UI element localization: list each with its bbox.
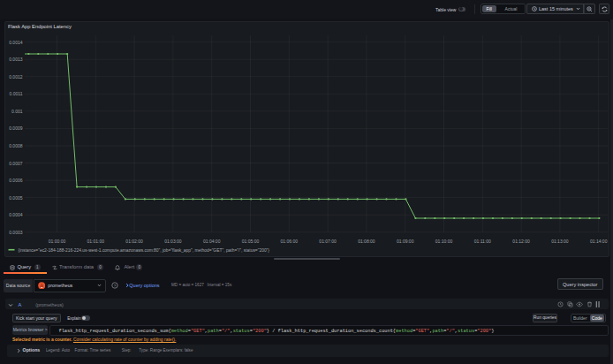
svg-text:0.0006: 0.0006 xyxy=(9,178,23,183)
svg-text:01:07:00: 01:07:00 xyxy=(319,239,337,244)
svg-text:01:10:00: 01:10:00 xyxy=(435,239,453,244)
svg-text:01:14:00: 01:14:00 xyxy=(590,239,608,244)
svg-text:0.0005: 0.0005 xyxy=(9,195,23,201)
svg-text:0.0009: 0.0009 xyxy=(9,125,23,131)
svg-text:01:03:00: 01:03:00 xyxy=(164,239,182,244)
svg-text:01:05:00: 01:05:00 xyxy=(242,239,260,244)
svg-text:0.0007: 0.0007 xyxy=(9,161,23,166)
svg-text:0.001: 0.001 xyxy=(11,109,23,114)
svg-text:0.0012: 0.0012 xyxy=(9,74,23,80)
svg-text:0.0014: 0.0014 xyxy=(9,40,23,45)
svg-text:01:12:00: 01:12:00 xyxy=(512,239,530,244)
svg-text:0.0013: 0.0013 xyxy=(9,57,23,62)
svg-text:01:00:00: 01:00:00 xyxy=(49,239,66,244)
svg-text:01:09:00: 01:09:00 xyxy=(397,239,414,244)
svg-text:?: ? xyxy=(114,284,117,288)
svg-text:0.0011: 0.0011 xyxy=(10,91,23,96)
svg-text:01:06:00: 01:06:00 xyxy=(281,239,299,244)
svg-text:{instance="ec2-184-188-216-224: {instance="ec2-184-188-216-224.us-west-1… xyxy=(19,248,270,253)
svg-text:0.0003: 0.0003 xyxy=(9,230,23,235)
svg-text:01:04:00: 01:04:00 xyxy=(203,239,221,244)
svg-text:01:02:00: 01:02:00 xyxy=(125,239,143,244)
svg-text:01:08:00: 01:08:00 xyxy=(358,239,375,244)
svg-text:01:01:00: 01:01:00 xyxy=(87,239,105,244)
svg-text:0.0008: 0.0008 xyxy=(9,143,23,148)
svg-text:0.0004: 0.0004 xyxy=(9,212,23,217)
svg-text:01:11:00: 01:11:00 xyxy=(474,239,491,244)
svg-text:01:13:00: 01:13:00 xyxy=(551,239,569,244)
